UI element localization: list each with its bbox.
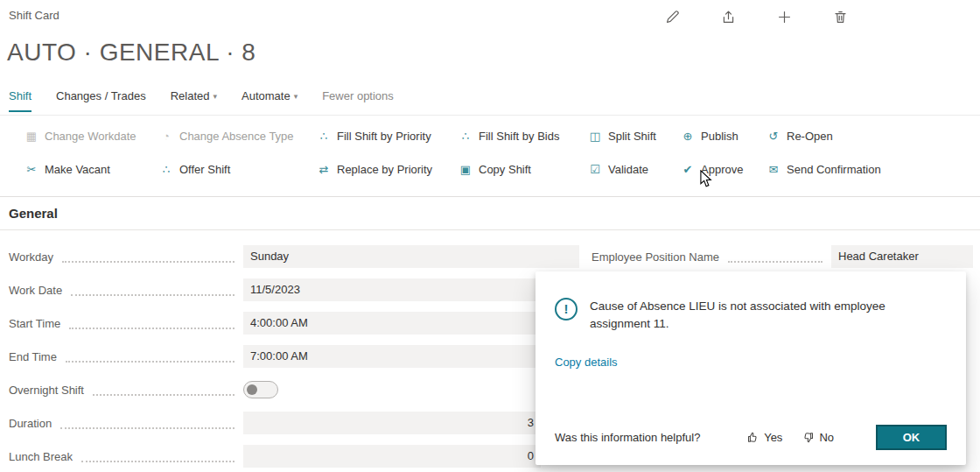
action-label: Approve	[701, 163, 743, 176]
tab-fewer-options[interactable]: Fewer options	[322, 89, 394, 110]
tab-related[interactable]: Related▾	[171, 89, 217, 110]
field-label: Work Date	[9, 284, 62, 297]
globe-icon: ⊕	[681, 130, 695, 143]
ok-button[interactable]: OK	[876, 425, 947, 450]
field-lunch-break: Lunch Break 0	[0, 440, 579, 472]
section-divider	[0, 229, 980, 230]
toolbar-divider	[0, 196, 980, 197]
field-workday: Workday Sunday	[0, 240, 579, 273]
action-approve[interactable]: ✔ Approve	[681, 163, 766, 176]
workday-input[interactable]: Sunday	[243, 245, 579, 268]
feedback-no-label: No	[819, 431, 834, 444]
action-label: Fill Shift by Priority	[337, 130, 431, 143]
action-label: Replace by Priority	[337, 163, 432, 176]
dotted-leader	[81, 461, 234, 462]
action-publish[interactable]: ⊕ Publish	[681, 130, 766, 143]
edit-icon[interactable]	[663, 8, 681, 25]
fields-left-column: Workday Sunday Work Date 11/5/2023 Start…	[0, 240, 579, 472]
dotted-leader	[728, 261, 822, 263]
chevron-down-icon: ▾	[213, 92, 217, 101]
feedback-yes-button[interactable]: Yes	[746, 431, 782, 444]
tab-fewer-label: Fewer options	[322, 89, 394, 102]
employee-position-input[interactable]: Head Caretaker	[831, 245, 973, 268]
copy-details-link[interactable]: Copy details	[555, 356, 618, 369]
fields-right-column: Employee Position Name Head Caretaker	[583, 240, 973, 273]
action-change-workdate: ▦ Change Workdate	[24, 130, 159, 143]
delete-icon[interactable]	[831, 8, 849, 25]
field-label: Employee Position Name	[592, 250, 719, 264]
field-label: Overnight Shift	[9, 384, 84, 397]
work-date-input[interactable]: 11/5/2023	[243, 278, 579, 301]
end-time-input[interactable]: 7:00:00 AM	[243, 345, 579, 368]
people-priority-icon: ∴	[317, 130, 331, 143]
overnight-shift-toggle[interactable]	[243, 381, 278, 398]
field-work-date: Work Date 11/5/2023	[0, 273, 579, 306]
action-label: Re-Open	[787, 130, 833, 143]
field-label: Workday	[9, 250, 53, 264]
dotted-leader	[71, 294, 234, 296]
action-label: Change Absence Type	[179, 130, 294, 143]
lunch-break-input[interactable]: 0	[243, 445, 541, 468]
offer-shift-icon: ∴	[159, 163, 173, 176]
dotted-leader	[62, 261, 234, 263]
page-caption: Shift Card	[9, 9, 60, 22]
action-reopen[interactable]: ↺ Re-Open	[766, 130, 980, 143]
reopen-icon: ↺	[766, 130, 780, 143]
action-label: Publish	[701, 130, 738, 143]
share-icon[interactable]	[719, 8, 737, 25]
calendar-icon: ▦	[24, 130, 38, 143]
dialog-message: Cause of Absence LIEU is not associated …	[590, 298, 903, 333]
tab-shift[interactable]: Shift	[9, 89, 32, 112]
make-vacant-icon: ✂	[24, 163, 38, 176]
dotted-leader	[66, 361, 234, 363]
tab-shift-label: Shift	[9, 89, 32, 102]
tab-related-label: Related	[171, 89, 210, 102]
field-overnight-shift: Overnight Shift	[0, 373, 579, 406]
feedback-no-button[interactable]: No	[802, 431, 834, 444]
dotted-leader	[60, 427, 234, 429]
thumb-down-icon	[802, 431, 815, 444]
action-label: Validate	[608, 163, 648, 176]
action-label: Change Workdate	[45, 130, 136, 143]
action-offer-shift[interactable]: ∴ Offer Shift	[159, 163, 317, 176]
action-label: Split Shift	[608, 130, 656, 143]
toggle-knob	[247, 384, 257, 395]
tab-changes-trades[interactable]: Changes / Trades	[56, 89, 146, 110]
duration-input[interactable]: 3	[243, 412, 541, 434]
field-label: Lunch Break	[9, 450, 73, 463]
info-icon: !	[555, 298, 578, 321]
start-time-input[interactable]: 4:00:00 AM	[243, 312, 579, 335]
section-general-title[interactable]: General	[9, 206, 58, 221]
action-replace-by-priority[interactable]: ⇄ Replace by Priority	[317, 163, 458, 176]
field-start-time: Start Time 4:00:00 AM	[0, 306, 579, 340]
action-send-confirmation[interactable]: ✉ Send Confirmation	[766, 163, 980, 176]
tab-automate-label: Automate	[242, 89, 290, 102]
action-copy-shift[interactable]: ▣ Copy Shift	[458, 163, 588, 176]
add-icon[interactable]	[775, 8, 793, 25]
action-split-shift[interactable]: ◫ Split Shift	[588, 130, 681, 143]
action-label: Send Confirmation	[787, 163, 881, 176]
action-fill-shift-by-priority[interactable]: ∴ Fill Shift by Priority	[317, 130, 458, 143]
action-validate[interactable]: ☑ Validate	[588, 163, 681, 176]
field-end-time: End Time 7:00:00 AM	[0, 340, 579, 373]
action-label: Copy Shift	[479, 163, 531, 176]
chevron-down-icon: ▾	[294, 92, 298, 101]
notification-dialog: ! Cause of Absence LIEU is not associate…	[536, 271, 966, 465]
send-confirmation-icon: ✉	[766, 163, 780, 176]
action-label: Fill Shift by Bids	[479, 130, 559, 143]
action-change-absence-type: ◔ Change Absence Type	[159, 130, 317, 143]
action-toolbar: ▦ Change Workdate ◔ Change Absence Type …	[0, 119, 980, 186]
dotted-leader	[93, 394, 234, 396]
tab-bar: Shift Changes / Trades Related▾ Automate…	[0, 89, 980, 116]
feedback-yes-label: Yes	[764, 431, 782, 444]
split-shift-icon: ◫	[588, 130, 602, 143]
toolbar-row-2: ✂ Make Vacant ∴ Offer Shift ⇄ Replace by…	[0, 152, 980, 186]
copy-icon: ▣	[458, 163, 472, 176]
action-fill-shift-by-bids[interactable]: ∴ Fill Shift by Bids	[458, 130, 588, 143]
absence-type-icon: ◔	[159, 130, 173, 143]
toolbar-row-1: ▦ Change Workdate ◔ Change Absence Type …	[0, 119, 980, 152]
action-make-vacant[interactable]: ✂ Make Vacant	[24, 163, 159, 176]
feedback-question: Was this information helpful?	[555, 431, 700, 444]
tab-automate[interactable]: Automate▾	[242, 89, 298, 110]
field-employee-position-name: Employee Position Name Head Caretaker	[583, 240, 973, 273]
